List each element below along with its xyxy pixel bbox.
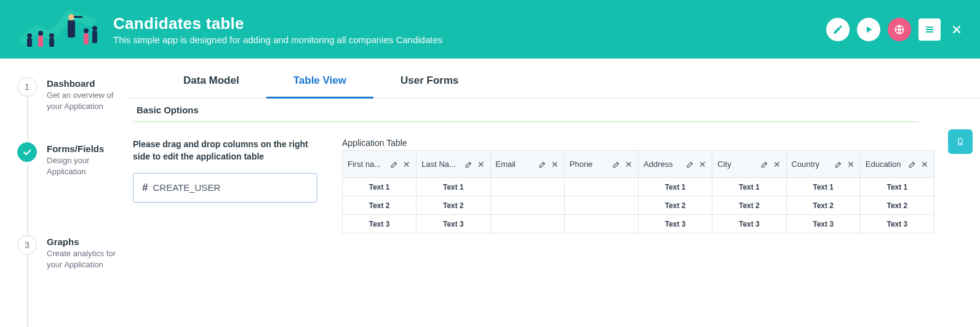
- sidebar-step-graphs[interactable]: 3GraphsCreate analytics for your Applica…: [17, 235, 122, 270]
- pencil-icon: [832, 24, 843, 35]
- table-cell: Text 3: [786, 215, 860, 233]
- table-title: Application Table: [342, 138, 934, 148]
- table-cell: Text 2: [786, 196, 860, 215]
- header-actions: [826, 18, 965, 41]
- edit-column-icon[interactable]: [686, 160, 695, 169]
- column-label: City: [717, 159, 757, 169]
- table-cell: Text 3: [712, 215, 786, 233]
- svg-rect-8: [74, 16, 82, 18]
- drag-slot-label: CREATE_USER: [153, 182, 220, 193]
- table-cell: Text 1: [786, 178, 860, 196]
- edit-column-icon[interactable]: [464, 160, 473, 169]
- play-button[interactable]: [857, 18, 880, 41]
- table-cell: Text 2: [343, 196, 416, 215]
- main-content: Data ModelTable ViewUser Forms Basic Opt…: [129, 59, 980, 301]
- table-cell: Text 2: [712, 196, 786, 215]
- column-header[interactable]: Last Na...✕: [416, 151, 490, 178]
- mobile-icon: [956, 135, 965, 148]
- column-label: Phone: [570, 159, 610, 169]
- tab-data-model[interactable]: Data Model: [156, 63, 266, 98]
- application-table: First na...✕Last Na...✕Email✕Phone✕Addre…: [342, 150, 934, 233]
- remove-column-icon[interactable]: ✕: [920, 160, 929, 169]
- table-cell: [490, 215, 564, 233]
- section-label: Basic Options: [133, 99, 918, 122]
- svg-rect-1: [27, 38, 32, 47]
- step-desc: Get an overview of your Application: [47, 90, 122, 111]
- table-cell: Text 1: [639, 178, 712, 196]
- close-icon: [950, 23, 963, 36]
- svg-rect-3: [38, 36, 43, 47]
- svg-rect-7: [68, 20, 75, 38]
- column-header[interactable]: Email✕: [490, 151, 564, 178]
- edit-column-icon[interactable]: [834, 160, 843, 169]
- step-connector-line: [27, 94, 28, 327]
- step-title: Graphs: [47, 236, 122, 247]
- column-header[interactable]: Address✕: [639, 151, 712, 178]
- drag-slot-create-user[interactable]: # CREATE_USER: [133, 173, 317, 203]
- svg-rect-12: [92, 31, 97, 43]
- remove-column-icon[interactable]: ✕: [477, 160, 485, 169]
- drag-source-panel: Please drag and drop columns on the righ…: [133, 138, 317, 203]
- remove-column-icon[interactable]: ✕: [847, 160, 855, 169]
- column-header[interactable]: Country✕: [786, 151, 860, 178]
- column-header[interactable]: City✕: [712, 151, 786, 178]
- column-header[interactable]: First na...✕: [343, 151, 416, 178]
- step-title: Forms/Fields: [47, 143, 122, 154]
- tab-table-view[interactable]: Table View: [266, 63, 373, 98]
- step-circle-active: [17, 142, 37, 162]
- page-title: Candidates table: [113, 14, 826, 33]
- column-header[interactable]: Education✕: [860, 151, 934, 178]
- step-desc: Create analytics for your Application: [47, 248, 122, 270]
- publish-button[interactable]: [888, 18, 911, 41]
- menu-button[interactable]: [918, 18, 941, 41]
- table-cell: Text 1: [416, 178, 490, 196]
- step-desc: Design your Application: [47, 155, 122, 177]
- table-cell: Text 3: [416, 215, 490, 233]
- remove-column-icon[interactable]: ✕: [773, 160, 781, 169]
- table-cell: [564, 215, 638, 233]
- remove-column-icon[interactable]: ✕: [624, 160, 633, 169]
- table-cell: Text 1: [712, 178, 786, 196]
- table-cell: Text 1: [343, 178, 416, 196]
- remove-column-icon[interactable]: ✕: [402, 160, 411, 169]
- table-cell: Text 2: [416, 196, 490, 215]
- column-label: Email: [496, 159, 536, 169]
- svg-point-6: [68, 14, 74, 20]
- tab-user-forms[interactable]: User Forms: [373, 63, 485, 98]
- play-icon: [863, 24, 874, 35]
- table-cell: Text 3: [860, 215, 934, 233]
- remove-column-icon[interactable]: ✕: [551, 160, 559, 169]
- svg-point-9: [84, 28, 89, 33]
- edit-column-icon[interactable]: [908, 160, 917, 169]
- hash-icon: #: [142, 182, 148, 194]
- column-label: Education: [866, 159, 906, 169]
- close-button[interactable]: [948, 21, 965, 38]
- drag-hint: Please drag and drop columns on the righ…: [133, 138, 317, 163]
- sidebar-step-dashboard[interactable]: 1DashboardGet an overview of your Applic…: [17, 77, 122, 111]
- page-subtitle: This simple app is designed for adding a…: [113, 34, 826, 45]
- table-cell: Text 3: [639, 215, 712, 233]
- table-row: Text 1Text 1Text 1Text 1Text 1Text 1: [343, 178, 934, 196]
- edit-column-icon[interactable]: [612, 160, 621, 169]
- remove-column-icon[interactable]: ✕: [698, 160, 707, 169]
- table-row: Text 3Text 3Text 3Text 3Text 3Text 3: [343, 215, 934, 233]
- tabs: Data ModelTable ViewUser Forms: [129, 63, 980, 99]
- sidebar-step-forms-fields[interactable]: Forms/FieldsDesign your Application: [17, 142, 122, 177]
- column-label: Last Na...: [421, 159, 461, 169]
- table-cell: [490, 196, 564, 215]
- column-header[interactable]: Phone✕: [564, 151, 638, 178]
- table-cell: Text 1: [860, 178, 934, 196]
- sidebar: 1DashboardGet an overview of your Applic…: [0, 59, 129, 301]
- edit-column-icon[interactable]: [390, 160, 399, 169]
- svg-rect-10: [84, 33, 89, 44]
- mobile-preview-button[interactable]: [948, 129, 973, 154]
- edit-column-icon[interactable]: [760, 160, 769, 169]
- table-cell: Text 2: [639, 196, 712, 215]
- edit-button[interactable]: [826, 18, 850, 41]
- step-circle: 3: [17, 235, 37, 255]
- hamburger-icon: [924, 24, 935, 35]
- svg-point-15: [960, 143, 960, 144]
- edit-column-icon[interactable]: [538, 160, 547, 169]
- svg-point-2: [38, 31, 43, 36]
- header-illustration: [15, 5, 101, 54]
